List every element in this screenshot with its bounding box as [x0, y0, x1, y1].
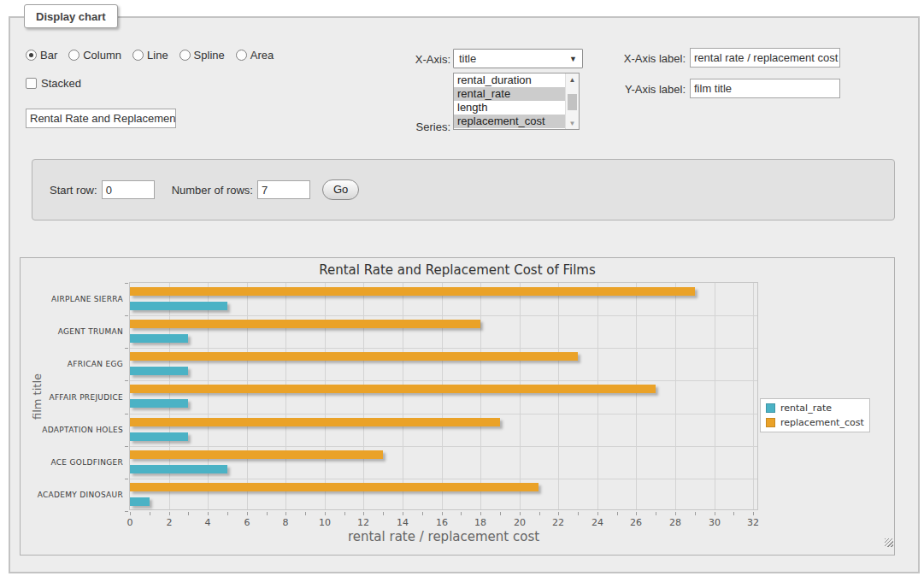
bar-replacement_cost-3	[130, 385, 656, 393]
x-tick-label: 2	[156, 517, 182, 528]
gridline-x-10	[325, 283, 326, 509]
gridline-x-20	[520, 283, 521, 509]
x-tick-mark	[520, 512, 521, 515]
x-tick-label: 24	[585, 517, 610, 528]
x-tick-mark	[285, 512, 286, 515]
x-tick-label: 4	[195, 517, 221, 528]
resize-handle-icon[interactable]	[885, 538, 893, 547]
gridline-x-22	[558, 283, 559, 509]
x-tick-mark	[344, 512, 345, 515]
bar-rental_rate-1	[130, 334, 188, 343]
chart-panel: Rental Rate and Replacement Cost of Film…	[20, 257, 895, 556]
x-tick-label: 18	[468, 517, 493, 528]
series-multiselect[interactable]: rental_durationrental_ratelengthreplacem…	[453, 73, 580, 130]
legend-item-replacement_cost: replacement_cost	[766, 417, 864, 428]
radio-label: Column	[83, 49, 121, 62]
bar-rental_rate-2	[130, 367, 188, 375]
x-tick-mark	[461, 512, 462, 515]
radio-icon[interactable]	[68, 50, 79, 61]
scrollbar-track[interactable]	[566, 85, 579, 117]
legend-swatch	[766, 418, 775, 427]
radio-icon[interactable]	[132, 50, 144, 61]
x-tick-mark	[675, 512, 676, 515]
radio-label: Spline	[194, 49, 225, 62]
radio-label: Area	[250, 49, 274, 62]
y-tick-label: ACADEMY DINOSAUR	[21, 491, 123, 499]
legend-item-rental_rate: rental_rate	[766, 403, 864, 414]
radio-icon[interactable]	[180, 50, 191, 61]
chevron-down-icon: ▼	[569, 55, 577, 63]
radio-icon[interactable]	[236, 50, 247, 61]
x-tick-label: 12	[350, 517, 376, 528]
y-axis-label-input[interactable]: film title	[690, 79, 840, 98]
y-tick-label: ACE GOLDFINGER	[21, 458, 123, 467]
x-tick-mark	[247, 512, 248, 515]
stacked-checkbox[interactable]	[26, 78, 37, 89]
chart-type-line[interactable]: Line	[132, 49, 168, 62]
x-tick-mark	[188, 512, 189, 515]
bar-replacement_cost-1	[130, 320, 480, 328]
radio-label: Bar	[40, 49, 57, 62]
start-row-input[interactable]: 0	[102, 180, 155, 199]
x-tick-mark	[695, 512, 696, 515]
chart-type-column[interactable]: Column	[68, 49, 121, 62]
fieldset-legend: Display chart	[24, 4, 118, 28]
bar-rental_rate-5	[130, 465, 227, 473]
chart-type-area[interactable]: Area	[236, 49, 274, 62]
x-tick-mark	[208, 512, 209, 515]
series-option-rental_rate[interactable]: rental_rate	[454, 87, 565, 101]
y-tick-label: AFRICAN EGG	[21, 360, 123, 368]
y-tick-mark	[125, 511, 128, 512]
gridline-y-3	[130, 380, 757, 381]
series-option-replacement_cost[interactable]: replacement_cost	[454, 115, 565, 128]
bar-rental_rate-4	[130, 432, 188, 441]
bar-rental_rate-0	[130, 302, 227, 310]
x-tick-label: 16	[429, 517, 455, 528]
x-tick-mark	[539, 512, 540, 515]
series-option-rental_duration[interactable]: rental_duration	[454, 73, 565, 87]
chart-type-bar[interactable]: Bar	[26, 49, 57, 62]
series-scrollbar[interactable]: ▲ ▼	[565, 73, 579, 129]
gridline-x-30	[715, 283, 715, 509]
gridline-y-5	[130, 446, 757, 447]
x-tick-mark	[227, 512, 228, 515]
gridline-x-8	[285, 283, 286, 509]
stacked-option[interactable]: Stacked	[26, 76, 81, 90]
series-select-label: Series:	[365, 121, 450, 133]
x-tick-label: 28	[662, 517, 688, 528]
x-axis-title: rental rate / replacement cost	[129, 529, 758, 544]
y-tick-mark	[125, 380, 128, 381]
x-tick-mark	[597, 512, 598, 515]
scroll-up-icon[interactable]: ▲	[566, 73, 579, 85]
x-tick-mark	[325, 512, 326, 515]
x-tick-label: 32	[740, 517, 766, 528]
radio-icon[interactable]	[26, 50, 37, 61]
x-tick-mark	[383, 512, 384, 515]
x-tick-mark	[442, 512, 443, 515]
x-tick-mark	[715, 512, 715, 515]
chart-type-spline[interactable]: Spline	[180, 49, 225, 62]
x-tick-mark	[150, 512, 150, 515]
chart-title: Rental Rate and Replacement Cost of Film…	[21, 262, 894, 278]
x-axis-label-input[interactable]: rental rate / replacement cost	[690, 48, 840, 68]
num-rows-input[interactable]: 7	[257, 180, 310, 199]
x-axis-label-label: X-Axis label:	[609, 52, 686, 65]
x-tick-mark	[363, 512, 364, 515]
y-tick-mark	[125, 479, 128, 479]
scroll-down-icon[interactable]: ▼	[566, 117, 579, 129]
x-tick-label: 26	[623, 517, 649, 528]
x-axis-select[interactable]: title ▼	[453, 49, 583, 68]
series-option-length[interactable]: length	[454, 101, 565, 115]
bar-rental_rate-6	[130, 497, 150, 506]
legend-label: rental_rate	[780, 403, 832, 414]
gridline-y-2	[130, 348, 757, 349]
y-tick-mark	[125, 446, 128, 447]
chart-title-input[interactable]: Rental Rate and Replacement Cost of Film…	[26, 109, 176, 128]
y-tick-label: AGENT TRUMAN	[21, 327, 123, 336]
y-axis-label-label: Y-Axis label:	[609, 83, 686, 96]
gridline-y-6	[130, 479, 757, 479]
go-button[interactable]: Go	[322, 179, 359, 200]
scrollbar-thumb[interactable]	[568, 94, 577, 110]
y-tick-label: AIRPLANE SIERRA	[21, 295, 123, 303]
y-tick-mark	[125, 348, 128, 349]
